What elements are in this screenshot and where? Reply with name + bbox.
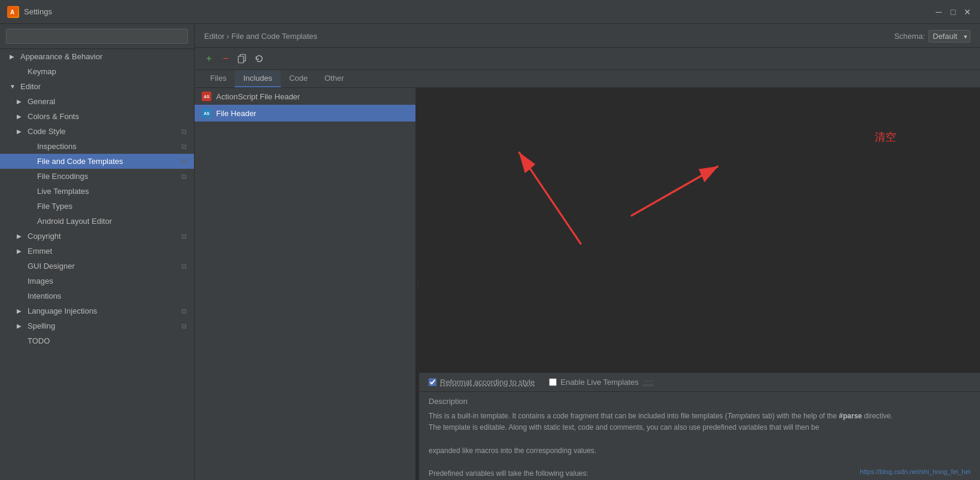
sidebar-item-copyright[interactable]: ▶ Copyright ⧉ xyxy=(0,229,194,244)
title-bar: A Settings ─ □ ✕ xyxy=(0,0,980,24)
reformat-checkbox[interactable] xyxy=(429,378,436,386)
svg-text:A: A xyxy=(10,9,14,16)
search-wrapper: 🔍 xyxy=(6,29,188,44)
sidebar-item-spelling[interactable]: ▶ Spelling ⧉ xyxy=(0,318,194,333)
sidebar-item-live-templates[interactable]: Live Templates xyxy=(0,184,194,199)
arrow-icon: ▶ xyxy=(17,113,24,120)
description-area: Description This is a built-in template.… xyxy=(419,391,980,480)
sidebar-item-label: Inspections xyxy=(37,142,77,151)
sidebar-item-label: Images xyxy=(28,277,53,285)
sidebar-item-general[interactable]: ▶ General xyxy=(0,94,194,109)
desc-line4: Predefined variables will take the follo… xyxy=(429,469,588,478)
search-box: 🔍 xyxy=(0,24,194,49)
sidebar-item-language-injections[interactable]: ▶ Language Injections ⧉ xyxy=(0,303,194,318)
minimize-button[interactable]: ─ xyxy=(933,7,944,17)
list-item-label: File Header xyxy=(216,109,256,118)
sidebar-item-label: Keymap xyxy=(28,67,56,76)
sidebar-item-label: Spelling xyxy=(28,321,55,330)
editor-area[interactable]: 清空 xyxy=(419,88,980,372)
breadcrumb: Editor › File and Code Templates xyxy=(204,32,317,41)
list-item-file-header[interactable]: AS File Header xyxy=(195,105,415,121)
arrow-icon: ▶ xyxy=(17,233,24,239)
arrow-icon: ▶ xyxy=(17,308,24,314)
sidebar-item-intentions[interactable]: Intentions xyxy=(0,288,194,303)
svg-line-6 xyxy=(631,166,718,216)
copy-icon: ⧉ xyxy=(181,157,187,166)
svg-rect-3 xyxy=(238,56,244,63)
sidebar-item-todo[interactable]: TODO xyxy=(0,333,194,348)
copy-icon: ⧉ xyxy=(181,172,187,181)
sidebar-item-label: File and Code Templates xyxy=(37,157,123,166)
schema-label: Schema: xyxy=(894,32,925,41)
schema-select[interactable]: Default Project xyxy=(929,30,970,42)
sidebar-item-editor[interactable]: ▼ Editor xyxy=(0,79,194,94)
tab-files[interactable]: Files xyxy=(202,70,235,87)
sidebar-item-images[interactable]: Images xyxy=(0,274,194,288)
sidebar-item-label: File Encodings xyxy=(37,172,88,181)
sidebar-item-gui-designer[interactable]: GUI Designer ⧉ xyxy=(0,259,194,274)
list-panel: AS ActionScript File Header AS File Head… xyxy=(195,88,416,480)
tab-includes[interactable]: Includes xyxy=(235,70,280,87)
desc-line1: This is a built-in template. It contains… xyxy=(429,412,893,420)
toolbar: + − xyxy=(195,48,980,70)
maximize-button[interactable]: □ xyxy=(948,7,958,17)
tabs-bar: Files Includes Code Other xyxy=(195,70,980,88)
sidebar-item-emmet[interactable]: ▶ Emmet xyxy=(0,244,194,259)
live-templates-checkbox[interactable] xyxy=(549,378,557,386)
dotted-decoration: ::::: xyxy=(644,378,654,387)
remove-button[interactable]: − xyxy=(219,51,233,66)
arrow-icon: ▶ xyxy=(17,98,24,105)
copy-icon: ⧉ xyxy=(181,307,187,315)
reformat-label: Reformat according to style xyxy=(440,378,535,387)
sidebar-item-appearance[interactable]: ▶ Appearance & Behavior xyxy=(0,49,194,64)
copy-icon: ⧉ xyxy=(181,127,187,136)
list-item-actionscript-header[interactable]: AS ActionScript File Header xyxy=(195,88,415,105)
sidebar-item-inspections[interactable]: Inspections ⧉ xyxy=(0,139,194,154)
tab-code[interactable]: Code xyxy=(281,70,316,87)
sidebar-item-label: Intentions xyxy=(28,291,61,300)
sidebar-item-file-types[interactable]: File Types xyxy=(0,199,194,214)
sidebar-item-file-and-code-templates[interactable]: File and Code Templates ⧉ xyxy=(0,154,194,169)
chinese-annotation: 清空 xyxy=(875,130,896,144)
sidebar-item-label: Emmet xyxy=(28,247,52,256)
sidebar-item-android-layout-editor[interactable]: Android Layout Editor xyxy=(0,214,194,229)
window-title: Settings xyxy=(24,7,52,16)
schema-section: Schema: Default Project xyxy=(894,30,970,42)
live-templates-checkbox-label[interactable]: Enable Live Templates xyxy=(549,378,639,387)
copy-icon: ⧉ xyxy=(181,322,187,330)
svg-line-5 xyxy=(519,152,581,244)
reset-button[interactable] xyxy=(252,51,266,66)
sidebar-item-code-style[interactable]: ▶ Code Style ⧉ xyxy=(0,124,194,139)
copy-template-button[interactable] xyxy=(235,51,250,66)
bottom-controls: Reformat according to style Enable Live … xyxy=(419,372,980,391)
search-input[interactable] xyxy=(6,29,188,44)
sidebar-item-label: Android Layout Editor xyxy=(37,217,112,226)
sidebar-item-label: Live Templates xyxy=(37,187,89,196)
sidebar: 🔍 ▶ Appearance & Behavior Keymap ▼ Edito… xyxy=(0,24,195,480)
window-controls: ─ □ ✕ xyxy=(933,7,973,17)
breadcrumb-bar: Editor › File and Code Templates Schema:… xyxy=(195,24,980,48)
reformat-checkbox-label[interactable]: Reformat according to style xyxy=(429,378,535,387)
sidebar-item-label: Copyright xyxy=(28,232,61,241)
main-container: 🔍 ▶ Appearance & Behavior Keymap ▼ Edito… xyxy=(0,24,980,480)
sidebar-item-label: General xyxy=(28,97,55,106)
tab-other[interactable]: Other xyxy=(316,70,353,87)
file-icon-as: AS xyxy=(202,92,211,101)
desc-line2: The template is editable. Along with sta… xyxy=(429,423,819,432)
arrow-icon: ▶ xyxy=(17,323,24,329)
sidebar-item-file-encodings[interactable]: File Encodings ⧉ xyxy=(0,169,194,184)
title-bar-left: A Settings xyxy=(7,6,52,18)
app-icon: A xyxy=(7,6,19,18)
description-link[interactable]: https://blog.csdn.net/shi_hong_fei_hei xyxy=(860,468,970,475)
live-templates-label: Enable Live Templates xyxy=(560,378,639,387)
arrow-icon: ▼ xyxy=(10,83,17,90)
sidebar-item-label: Appearance & Behavior xyxy=(20,52,102,61)
add-button[interactable]: + xyxy=(202,51,216,66)
sidebar-item-keymap[interactable]: Keymap xyxy=(0,64,194,79)
content-area: Editor › File and Code Templates Schema:… xyxy=(195,24,980,480)
copy-icon: ⧉ xyxy=(181,262,187,271)
arrow-icon: ▶ xyxy=(17,128,24,135)
close-button[interactable]: ✕ xyxy=(962,7,973,17)
sidebar-item-colors-fonts[interactable]: ▶ Colors & Fonts xyxy=(0,109,194,124)
arrow-icon: ▶ xyxy=(10,53,17,60)
